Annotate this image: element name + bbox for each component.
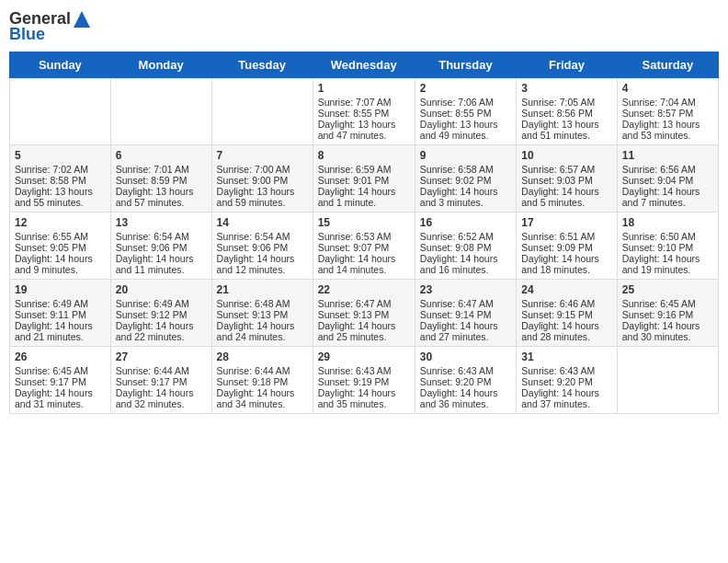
sunset-text: Sunset: 9:10 PM (622, 242, 694, 253)
sunrise-text: Sunrise: 7:05 AM (521, 97, 595, 108)
calendar-week-row: 26Sunrise: 6:45 AMSunset: 9:17 PMDayligh… (10, 347, 719, 414)
sunrise-text: Sunrise: 6:58 AM (420, 164, 494, 175)
calendar-day-cell: 28Sunrise: 6:44 AMSunset: 9:18 PMDayligh… (211, 347, 313, 414)
calendar-day-cell: 17Sunrise: 6:51 AMSunset: 9:09 PMDayligh… (517, 213, 618, 280)
daylight-text: Daylight: 14 hours and 16 minutes. (420, 253, 498, 275)
sunrise-text: Sunrise: 7:00 AM (217, 164, 290, 175)
daylight-text: Daylight: 14 hours and 12 minutes. (217, 253, 295, 275)
day-number: 1 (318, 82, 410, 95)
sunrise-text: Sunrise: 6:43 AM (318, 365, 392, 376)
sunrise-text: Sunrise: 6:44 AM (116, 365, 189, 376)
calendar-day-cell: 10Sunrise: 6:57 AMSunset: 9:03 PMDayligh… (517, 145, 618, 213)
daylight-text: Daylight: 14 hours and 30 minutes. (622, 320, 700, 342)
sunrise-text: Sunrise: 6:48 AM (217, 298, 290, 309)
daylight-text: Daylight: 13 hours and 51 minutes. (521, 119, 599, 141)
sunrise-text: Sunrise: 6:49 AM (116, 298, 189, 309)
day-number: 6 (116, 149, 207, 162)
sunrise-text: Sunrise: 7:04 AM (622, 97, 696, 108)
empty-cell (110, 78, 211, 145)
sunset-text: Sunset: 9:01 PM (318, 175, 390, 186)
calendar-day-cell: 3Sunrise: 7:05 AMSunset: 8:56 PMDaylight… (517, 78, 618, 145)
day-number: 9 (420, 149, 511, 162)
day-number: 12 (15, 216, 106, 229)
daylight-text: Daylight: 14 hours and 11 minutes. (116, 253, 194, 275)
calendar-day-cell: 27Sunrise: 6:44 AMSunset: 9:17 PMDayligh… (110, 347, 211, 414)
day-number: 28 (217, 350, 308, 363)
calendar-day-cell: 4Sunrise: 7:04 AMSunset: 8:57 PMDaylight… (617, 78, 718, 145)
calendar-day-cell: 29Sunrise: 6:43 AMSunset: 9:19 PMDayligh… (313, 347, 415, 414)
calendar-day-cell: 7Sunrise: 7:00 AMSunset: 9:00 PMDaylight… (211, 145, 313, 213)
daylight-text: Daylight: 14 hours and 19 minutes. (622, 253, 700, 275)
sunset-text: Sunset: 8:55 PM (420, 108, 492, 119)
sunset-text: Sunset: 9:06 PM (116, 242, 188, 253)
sunset-text: Sunset: 8:57 PM (622, 108, 694, 119)
calendar-table: SundayMondayTuesdayWednesdayThursdayFrid… (9, 52, 719, 414)
sunset-text: Sunset: 9:02 PM (420, 175, 492, 186)
sunrise-text: Sunrise: 7:02 AM (15, 164, 88, 175)
sunrise-text: Sunrise: 6:47 AM (318, 298, 392, 309)
sunrise-text: Sunrise: 6:54 AM (116, 231, 189, 242)
calendar-day-cell: 9Sunrise: 6:58 AMSunset: 9:02 PMDaylight… (415, 145, 516, 213)
day-number: 21 (217, 283, 308, 296)
sunrise-text: Sunrise: 6:57 AM (521, 164, 595, 175)
sunrise-text: Sunrise: 6:46 AM (521, 298, 595, 309)
day-number: 16 (420, 216, 511, 229)
sunrise-text: Sunrise: 6:55 AM (15, 231, 88, 242)
daylight-text: Daylight: 13 hours and 55 minutes. (15, 186, 93, 208)
daylight-text: Daylight: 14 hours and 1 minute. (318, 186, 396, 208)
calendar-day-cell: 25Sunrise: 6:45 AMSunset: 9:16 PMDayligh… (617, 280, 718, 347)
weekday-header-friday: Friday (517, 52, 618, 78)
daylight-text: Daylight: 14 hours and 36 minutes. (420, 387, 498, 409)
day-number: 5 (15, 149, 106, 162)
day-number: 25 (622, 283, 713, 296)
day-number: 20 (116, 283, 207, 296)
daylight-text: Daylight: 13 hours and 49 minutes. (420, 119, 498, 141)
sunrise-text: Sunrise: 6:54 AM (217, 231, 290, 242)
calendar-day-cell: 30Sunrise: 6:43 AMSunset: 9:20 PMDayligh… (415, 347, 516, 414)
sunset-text: Sunset: 9:20 PM (420, 376, 492, 387)
sunrise-text: Sunrise: 6:45 AM (15, 365, 88, 376)
weekday-header-monday: Monday (110, 52, 211, 78)
sunset-text: Sunset: 8:58 PM (15, 175, 86, 186)
calendar-week-row: 5Sunrise: 7:02 AMSunset: 8:58 PMDaylight… (10, 145, 719, 213)
daylight-text: Daylight: 14 hours and 24 minutes. (217, 320, 295, 342)
day-number: 27 (116, 350, 207, 363)
sunrise-text: Sunrise: 7:01 AM (116, 164, 189, 175)
calendar-day-cell: 21Sunrise: 6:48 AMSunset: 9:13 PMDayligh… (211, 280, 313, 347)
empty-cell (617, 347, 718, 414)
daylight-text: Daylight: 13 hours and 59 minutes. (217, 186, 295, 208)
day-number: 30 (420, 350, 511, 363)
daylight-text: Daylight: 14 hours and 9 minutes. (15, 253, 93, 275)
day-number: 15 (318, 216, 410, 229)
weekday-header-saturday: Saturday (617, 52, 718, 78)
calendar-day-cell: 5Sunrise: 7:02 AMSunset: 8:58 PMDaylight… (10, 145, 111, 213)
sunset-text: Sunset: 9:04 PM (622, 175, 694, 186)
calendar-day-cell: 23Sunrise: 6:47 AMSunset: 9:14 PMDayligh… (415, 280, 516, 347)
weekday-header-tuesday: Tuesday (211, 52, 313, 78)
day-number: 4 (622, 82, 713, 95)
calendar-day-cell: 14Sunrise: 6:54 AMSunset: 9:06 PMDayligh… (211, 213, 313, 280)
sunset-text: Sunset: 9:09 PM (521, 242, 593, 253)
weekday-header-row: SundayMondayTuesdayWednesdayThursdayFrid… (10, 52, 719, 78)
sunset-text: Sunset: 9:20 PM (521, 376, 593, 387)
calendar-day-cell: 26Sunrise: 6:45 AMSunset: 9:17 PMDayligh… (10, 347, 111, 414)
sunset-text: Sunset: 8:55 PM (318, 108, 390, 119)
day-number: 14 (217, 216, 308, 229)
sunrise-text: Sunrise: 6:50 AM (622, 231, 696, 242)
day-number: 19 (15, 283, 106, 296)
sunset-text: Sunset: 9:13 PM (318, 309, 390, 320)
daylight-text: Daylight: 14 hours and 18 minutes. (521, 253, 599, 275)
daylight-text: Daylight: 13 hours and 53 minutes. (622, 119, 700, 141)
daylight-text: Daylight: 14 hours and 7 minutes. (622, 186, 700, 208)
day-number: 24 (521, 283, 612, 296)
sunset-text: Sunset: 9:19 PM (318, 376, 390, 387)
daylight-text: Daylight: 13 hours and 47 minutes. (318, 119, 396, 141)
calendar-day-cell: 24Sunrise: 6:46 AMSunset: 9:15 PMDayligh… (517, 280, 618, 347)
sunset-text: Sunset: 9:17 PM (15, 376, 86, 387)
day-number: 22 (318, 283, 410, 296)
day-number: 11 (622, 149, 713, 162)
page-header: General Blue (9, 9, 719, 44)
sunset-text: Sunset: 9:03 PM (521, 175, 593, 186)
daylight-text: Daylight: 14 hours and 22 minutes. (116, 320, 194, 342)
day-number: 17 (521, 216, 612, 229)
